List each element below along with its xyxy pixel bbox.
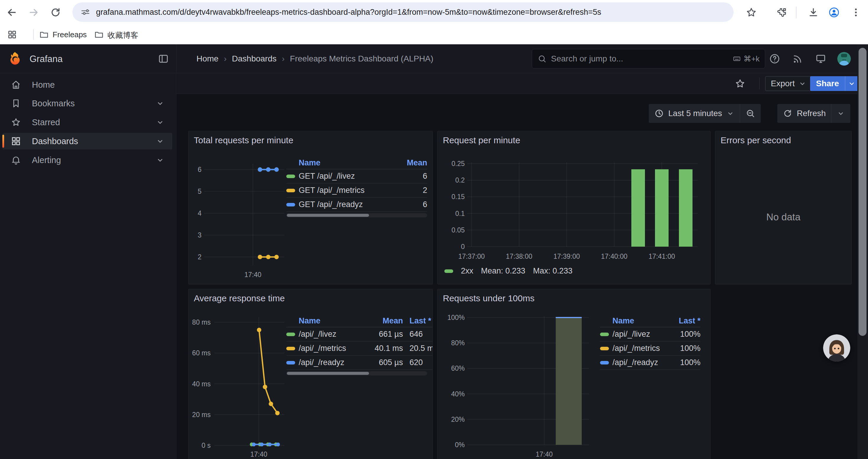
help-icon[interactable]: [769, 53, 780, 65]
clock-icon: [654, 108, 664, 119]
legend-scrollbar[interactable]: [286, 371, 427, 375]
search-input[interactable]: [550, 54, 733, 64]
legend-row[interactable]: GET /api/_/readyz6: [286, 198, 427, 212]
downloads-icon[interactable]: [808, 7, 819, 18]
legend-header[interactable]: NameMeanLast *: [286, 315, 433, 327]
request-per-minute-plot[interactable]: 0.250.20.150.10.05017:37:0017:38:0017:39…: [438, 131, 711, 285]
main-content: Export Share Last 5 minutes: [177, 73, 868, 459]
legend-row[interactable]: /api/_/livez661 µs646: [286, 327, 433, 341]
legend-header[interactable]: NameLast *: [600, 315, 701, 327]
grafana-app: Grafana Home › Dashboards › Freeleaps Me…: [0, 44, 868, 459]
legend-row[interactable]: GET /api/_/livez6: [286, 169, 427, 184]
breadcrumb-separator: ›: [224, 54, 226, 64]
legend-row[interactable]: /api/_/readyz100%: [600, 356, 701, 370]
legend-row[interactable]: /api/_/livez100%: [600, 327, 701, 341]
page-scrollbar-thumb[interactable]: [859, 48, 867, 336]
series-color-pill: [286, 347, 295, 350]
bookmark-folder[interactable]: 收藏博客: [107, 30, 138, 40]
svg-text:0%: 0%: [455, 441, 465, 449]
assistant-avatar[interactable]: [823, 334, 850, 362]
bookmarks-divider: [33, 29, 34, 40]
reload-icon[interactable]: [50, 6, 61, 18]
panel-request-per-minute: Request per minute 0.250.20.150.10.05017…: [437, 131, 711, 285]
refresh-button[interactable]: Refresh: [777, 104, 850, 123]
svg-text:0.1: 0.1: [455, 210, 465, 218]
legend-series-name[interactable]: 2xx: [461, 266, 473, 275]
series-color-pill: [600, 333, 609, 336]
svg-text:40%: 40%: [451, 390, 465, 398]
scrollbar-thumb[interactable]: [287, 372, 369, 375]
sidebar-item-bookmarks[interactable]: Bookmarks: [2, 95, 172, 112]
chevron-down-icon[interactable]: [156, 99, 164, 108]
sidebar-item-label: Dashboards: [32, 136, 156, 146]
svg-text:0 s: 0 s: [202, 441, 211, 449]
svg-text:17:40: 17:40: [244, 271, 261, 278]
panel-total-requests-per-minute: Total requests per minute 6543217:40 Nam…: [188, 131, 433, 285]
brand-title: Grafana: [30, 54, 63, 64]
legend-row[interactable]: GET /api/_/metrics2: [286, 184, 427, 198]
grafana-logo-icon[interactable]: [8, 52, 23, 66]
favorite-star-icon[interactable]: [735, 78, 745, 89]
home-icon: [11, 79, 21, 90]
refresh-interval-button[interactable]: [831, 104, 850, 123]
site-settings-icon[interactable]: [80, 7, 91, 18]
legend-table: NameMeanLast */api/_/livez661 µs646/api/…: [286, 315, 433, 370]
search-box[interactable]: ⌘+k: [532, 49, 765, 68]
panel-title[interactable]: Errors per second: [720, 135, 791, 145]
chevron-down-icon[interactable]: [156, 137, 164, 145]
legend-scrollbar[interactable]: [286, 213, 427, 218]
share-menu-button[interactable]: [845, 76, 858, 91]
panel-average-response-time: Average response time 80 ms60 ms40 ms20 …: [188, 289, 433, 459]
svg-text:5: 5: [198, 188, 202, 195]
grafana-top-nav: Grafana Home › Dashboards › Freeleaps Me…: [0, 44, 868, 73]
extensions-icon[interactable]: [776, 7, 787, 18]
legend-table: NameLast */api/_/livez100%/api/_/metrics…: [600, 315, 701, 370]
folder-icon[interactable]: [94, 30, 104, 40]
zoom-out-button[interactable]: [740, 104, 761, 123]
export-button[interactable]: Export: [765, 76, 812, 91]
svg-text:80 ms: 80 ms: [192, 319, 211, 326]
time-range-picker[interactable]: Last 5 minutes: [649, 104, 761, 123]
forward-icon[interactable]: [28, 6, 39, 18]
screen: Freeleaps 收藏博客 Grafana Home › Dashboards…: [0, 0, 868, 459]
scrollbar-thumb[interactable]: [287, 214, 369, 217]
sidebar-item-starred[interactable]: Starred: [2, 114, 172, 131]
back-icon[interactable]: [6, 6, 18, 18]
svg-text:80%: 80%: [451, 339, 465, 347]
sidebar-toggle-icon[interactable]: [157, 53, 169, 65]
svg-text:20%: 20%: [451, 416, 465, 423]
svg-text:0.2: 0.2: [455, 176, 465, 184]
search-shortcut: ⌘+k: [733, 54, 760, 64]
no-data-message: No data: [715, 211, 851, 223]
svg-text:2: 2: [198, 253, 202, 261]
bookmark-star-icon[interactable]: [746, 7, 757, 18]
bookmark-folder[interactable]: Freeleaps: [53, 30, 87, 39]
legend-row[interactable]: /api/_/readyz605 µs620: [286, 356, 433, 370]
svg-text:0.25: 0.25: [452, 160, 465, 167]
chevron-down-icon[interactable]: [156, 156, 164, 165]
legend-inline[interactable]: 2xxMean: 0.233Max: 0.233: [444, 266, 572, 275]
folder-icon[interactable]: [39, 30, 49, 40]
svg-text:3: 3: [198, 231, 202, 239]
sidebar-item-label: Bookmarks: [32, 99, 156, 108]
breadcrumb-dashboards[interactable]: Dashboards: [232, 54, 277, 64]
user-avatar[interactable]: [837, 52, 851, 66]
sidebar-item-alerting[interactable]: Alerting: [2, 152, 172, 168]
address-bar[interactable]: [72, 2, 734, 22]
share-button[interactable]: Share: [810, 76, 858, 91]
legend-row[interactable]: /api/_/metrics100%: [600, 341, 701, 356]
bell-icon: [11, 155, 21, 165]
apps-grid-icon[interactable]: [7, 30, 17, 40]
monitor-icon[interactable]: [815, 53, 827, 65]
legend-row[interactable]: /api/_/metrics40.1 ms20.5 m: [286, 341, 433, 356]
browser-menu-icon[interactable]: [850, 7, 862, 18]
url-input[interactable]: [95, 7, 726, 17]
sidebar-item-home[interactable]: Home: [2, 76, 172, 93]
sidebar-item-dashboards[interactable]: Dashboards: [2, 133, 172, 150]
news-rss-icon[interactable]: [792, 53, 804, 65]
breadcrumb: Home › Dashboards › Freeleaps Metrics Da…: [196, 54, 433, 64]
browser-profile-icon[interactable]: [829, 7, 840, 18]
legend-header[interactable]: NameMean: [286, 157, 427, 169]
chevron-down-icon[interactable]: [156, 118, 164, 127]
breadcrumb-home[interactable]: Home: [196, 54, 219, 64]
